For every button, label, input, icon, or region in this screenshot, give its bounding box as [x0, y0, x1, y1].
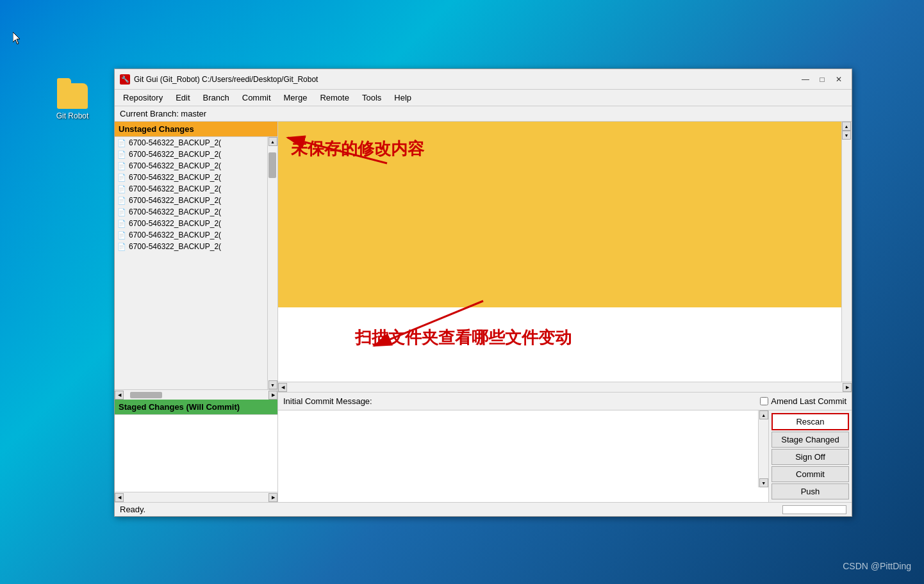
list-item[interactable]: 📄 6700-546322_BACKUP_2(	[115, 195, 267, 206]
menu-remote[interactable]: Remote	[314, 91, 355, 104]
scroll-down-arrow[interactable]: ▼	[268, 380, 277, 389]
list-item[interactable]: 📄 6700-546322_BACKUP_2(	[115, 172, 267, 183]
desktop-icon-label: Git Robot	[56, 111, 89, 120]
amend-checkbox[interactable]	[760, 397, 768, 405]
right-panel: 未保存的修改内容	[278, 122, 852, 502]
scroll-left-arrow[interactable]: ◀	[115, 391, 124, 400]
file-list-scrollbar[interactable]: ▲ ▼	[267, 137, 277, 389]
commit-scroll-track	[759, 419, 768, 478]
menu-merge[interactable]: Merge	[278, 91, 313, 104]
file-name: 6700-546322_BACKUP_2(	[129, 196, 221, 205]
diff-area: 未保存的修改内容	[278, 122, 841, 382]
file-name: 6700-546322_BACKUP_2(	[129, 219, 221, 228]
commit-label: Initial Commit Message:	[283, 396, 760, 406]
commit-text-row: ▲ ▼	[278, 410, 768, 502]
white-diff-area: 扫描文件夹查看哪些文件变动	[278, 307, 841, 382]
commit-scroll-down[interactable]: ▼	[759, 478, 768, 487]
list-item[interactable]: 📄 6700-546322_BACKUP_2(	[115, 241, 267, 252]
push-button[interactable]: Push	[771, 483, 849, 499]
list-item[interactable]: 📄 6700-546322_BACKUP_2(	[115, 183, 267, 195]
cursor-icon	[13, 32, 23, 45]
list-item[interactable]: 📄 6700-546322_BACKUP_2(	[115, 229, 267, 241]
menu-branch[interactable]: Branch	[197, 91, 235, 104]
scroll-right-arrow[interactable]: ▶	[268, 391, 277, 400]
list-item[interactable]: 📄 6700-546322_BACKUP_2(	[115, 218, 267, 229]
scroll-track	[268, 146, 277, 380]
amend-checkbox-group: Amend Last Commit	[760, 396, 846, 406]
menu-help[interactable]: Help	[388, 91, 417, 104]
file-name: 6700-546322_BACKUP_2(	[129, 231, 221, 239]
close-button[interactable]: ✕	[831, 73, 846, 86]
file-name: 6700-546322_BACKUP_2(	[129, 161, 221, 170]
desktop: Git Robot 🔧 Git Gui (Git_Robot) C:/Users…	[0, 0, 924, 584]
menu-tools[interactable]: Tools	[356, 91, 387, 104]
file-icon: 📄	[117, 150, 126, 159]
scroll-thumb[interactable]	[268, 152, 276, 178]
menu-commit[interactable]: Commit	[236, 91, 277, 104]
file-icon: 📄	[117, 208, 126, 216]
window-title: Git Gui (Git_Robot) C:/Users/reedi/Deskt…	[134, 75, 318, 84]
commit-bottom: ▲ ▼ Rescan Stage Changed Sign Off C	[278, 410, 852, 502]
file-name: 6700-546322_BACKUP_2(	[129, 173, 221, 182]
staged-header: Staged Changes (Will Commit)	[115, 400, 277, 415]
file-icon: 📄	[117, 243, 126, 251]
status-text: Ready.	[120, 505, 145, 514]
scroll-left-arrow-2[interactable]: ◀	[115, 493, 124, 502]
diff-row: 未保存的修改内容	[278, 122, 852, 382]
menu-edit[interactable]: Edit	[170, 91, 195, 104]
file-icon: 📄	[117, 139, 126, 147]
unstaged-header: Unstaged Changes	[115, 122, 277, 137]
app-window: 🔧 Git Gui (Git_Robot) C:/Users/reedi/Des…	[114, 69, 852, 517]
staged-h-scroll: ◀ ▶	[115, 492, 277, 502]
file-list-h-scroll: ◀ ▶	[115, 389, 277, 400]
amend-label: Amend Last Commit	[771, 396, 846, 406]
menu-repository[interactable]: Repository	[117, 91, 169, 104]
stage-changed-button[interactable]: Stage Changed	[771, 432, 849, 448]
status-bar-progress	[782, 505, 846, 514]
file-name: 6700-546322_BACKUP_2(	[129, 150, 221, 159]
commit-message-input[interactable]	[278, 410, 758, 487]
list-item[interactable]: 📄 6700-546322_BACKUP_2(	[115, 160, 267, 172]
maximize-button[interactable]: □	[814, 73, 830, 86]
commit-button[interactable]: Commit	[771, 466, 849, 482]
diff-v-scrollbar[interactable]: ▲ ▼	[841, 122, 852, 382]
commit-text-area-wrapper: ▲ ▼	[278, 410, 768, 502]
diff-scroll-down[interactable]: ▼	[842, 131, 851, 140]
diff-scroll-up[interactable]: ▲	[842, 122, 851, 131]
annotation-text-1: 未保存的修改内容	[291, 138, 424, 160]
desktop-icon-gitrobot[interactable]: Git Robot	[47, 83, 98, 120]
list-item[interactable]: 📄 6700-546322_BACKUP_2(	[115, 137, 267, 149]
branch-bar: Current Branch: master	[115, 106, 852, 122]
file-icon: 📄	[117, 174, 126, 182]
title-bar: 🔧 Git Gui (Git_Robot) C:/Users/reedi/Des…	[115, 69, 852, 90]
scroll-right-arrow-2[interactable]: ▶	[268, 493, 277, 502]
file-name: 6700-546322_BACKUP_2(	[129, 184, 221, 193]
staged-area	[115, 415, 277, 492]
file-name: 6700-546322_BACKUP_2(	[129, 138, 221, 147]
sign-off-button[interactable]: Sign Off	[771, 449, 849, 465]
list-item[interactable]: 📄 6700-546322_BACKUP_2(	[115, 206, 267, 218]
commit-scroll-up[interactable]: ▲	[759, 410, 768, 419]
menu-bar: Repository Edit Branch Commit Merge Remo…	[115, 90, 852, 106]
file-icon: 📄	[117, 197, 126, 205]
diff-scroll-right[interactable]: ▶	[843, 383, 852, 392]
file-icon: 📄	[117, 220, 126, 228]
annotation-area-2: 扫描文件夹查看哪些文件变动	[278, 307, 841, 362]
rescan-button[interactable]: Rescan	[771, 413, 849, 430]
app-icon: 🔧	[120, 74, 130, 85]
file-icon: 📄	[117, 162, 126, 170]
diff-h-scrollbar: ◀ ▶	[278, 382, 852, 392]
folder-icon	[57, 83, 88, 109]
scroll-up-arrow[interactable]: ▲	[268, 137, 277, 146]
commit-v-scrollbar[interactable]: ▲ ▼	[758, 410, 768, 487]
file-name: 6700-546322_BACKUP_2(	[129, 207, 221, 216]
title-bar-left: 🔧 Git Gui (Git_Robot) C:/Users/reedi/Des…	[120, 74, 318, 85]
list-item[interactable]: 📄 6700-546322_BACKUP_2(	[115, 149, 267, 160]
commit-message-row: Initial Commit Message: Amend Last Commi…	[278, 393, 852, 410]
minimize-button[interactable]: —	[798, 73, 813, 86]
file-list-container: 📄 6700-546322_BACKUP_2( 📄 6700-546322_BA…	[115, 137, 277, 389]
diff-scroll-left[interactable]: ◀	[278, 383, 287, 392]
status-bar: Ready.	[115, 502, 852, 516]
branch-text: Current Branch: master	[120, 109, 206, 118]
diff-h-thumb	[287, 384, 843, 391]
